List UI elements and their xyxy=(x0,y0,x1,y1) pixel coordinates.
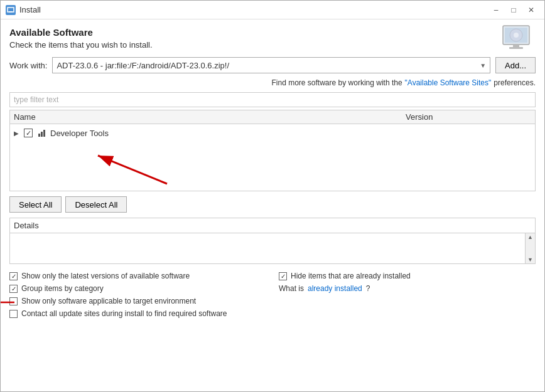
combo-arrow-icon: ▼ xyxy=(480,62,486,69)
option-group-by-category: Group items by category xyxy=(9,284,266,293)
work-with-value: ADT-23.0.6 - jar:file:/F:/android/ADT-23… xyxy=(57,61,229,70)
computer-icon xyxy=(498,23,536,55)
option-hide-installed: Hide items that are already installed xyxy=(279,272,536,280)
filter-row[interactable]: type filter text xyxy=(9,92,536,107)
scroll-down-icon[interactable]: ▼ xyxy=(527,257,533,263)
main-content: Available Software Check the items that … xyxy=(1,19,544,391)
opt-group-category-label: Group items by category xyxy=(21,284,104,293)
find-more-row: Find more software by working with the "… xyxy=(9,78,536,87)
details-scrollbar[interactable]: ▲ ▼ xyxy=(525,233,535,263)
details-section: Details ▲ ▼ xyxy=(9,218,536,264)
select-all-button[interactable]: Select All xyxy=(9,196,62,213)
page-subtitle: Check the items that you wish to install… xyxy=(9,40,536,50)
title-bar: Install – □ ✕ xyxy=(1,1,544,19)
expand-arrow-icon[interactable]: ▶ xyxy=(14,130,21,137)
close-button[interactable]: ✕ xyxy=(523,3,539,17)
table-header: Name Version xyxy=(10,110,535,124)
install-window: Install – □ ✕ Available Software xyxy=(0,0,545,392)
find-more-text: Find more software by working with the xyxy=(272,78,402,87)
window-icon xyxy=(6,5,16,15)
option-target-env: Show only software applicable to target … xyxy=(9,297,266,305)
opt-group-category-checkbox[interactable] xyxy=(9,285,18,293)
find-more-suffix: preferences. xyxy=(494,78,536,87)
options-right-col: Hide items that are already installed Wh… xyxy=(279,272,536,318)
already-installed-link[interactable]: already installed xyxy=(308,284,362,293)
svg-point-5 xyxy=(514,33,519,38)
options-left-col: Show only the latest versions of availab… xyxy=(9,272,266,318)
filter-placeholder: type filter text xyxy=(14,95,58,104)
work-with-row: Work with: ADT-23.0.6 - jar:file:/F:/and… xyxy=(9,57,536,73)
annotation-arrow-1 xyxy=(48,143,173,187)
svg-rect-7 xyxy=(509,47,523,49)
table-row[interactable]: ▶ Developer Tools xyxy=(10,127,535,139)
col-version-header: Version xyxy=(406,112,531,122)
work-with-label: Work with: xyxy=(9,61,47,70)
details-header: Details xyxy=(10,218,535,233)
details-body: ▲ ▼ xyxy=(10,233,535,263)
option-contact-update-sites: Contact all update sites during install … xyxy=(9,309,266,318)
col-name-header: Name xyxy=(14,112,406,122)
table-body: ▶ Developer Tools xyxy=(10,124,535,191)
deselect-all-button[interactable]: Deselect All xyxy=(65,196,127,213)
option-latest-versions: Show only the latest versions of availab… xyxy=(9,272,266,280)
options-section: Show only the latest versions of availab… xyxy=(9,272,536,318)
svg-rect-0 xyxy=(8,8,14,12)
window-title: Install xyxy=(19,5,41,14)
details-content xyxy=(10,233,525,263)
minimize-button[interactable]: – xyxy=(488,3,504,17)
opt-target-env-checkbox[interactable] xyxy=(9,297,18,305)
opt-hide-installed-label: Hide items that are already installed xyxy=(291,272,411,280)
what-is-label: What is xyxy=(279,284,304,293)
scroll-up-icon[interactable]: ▲ xyxy=(527,234,533,240)
opt-target-env-label: Show only software applicable to target … xyxy=(21,297,196,305)
opt-hide-installed-checkbox[interactable] xyxy=(279,272,287,280)
row-label: Developer Tools xyxy=(50,129,109,138)
page-title: Available Software xyxy=(9,27,536,38)
opt-latest-versions-label: Show only the latest versions of availab… xyxy=(21,272,190,280)
window-controls: – □ ✕ xyxy=(488,3,539,17)
opt-latest-versions-checkbox[interactable] xyxy=(9,272,18,280)
add-button[interactable]: Add... xyxy=(495,57,536,73)
action-buttons: Select All Deselect All xyxy=(9,196,536,213)
opt-contact-sites-checkbox[interactable] xyxy=(9,310,18,318)
opt-contact-sites-label: Contact all update sites during install … xyxy=(21,309,227,318)
option-already-installed: What is already installed ? xyxy=(279,284,536,293)
row-item-icon xyxy=(35,128,48,138)
details-label: Details xyxy=(14,221,39,230)
work-with-combo[interactable]: ADT-23.0.6 - jar:file:/F:/android/ADT-23… xyxy=(52,57,490,73)
available-sites-link[interactable]: "Available Software Sites" xyxy=(405,78,492,87)
question-mark: ? xyxy=(366,284,370,293)
software-table: Name Version ▶ Developer Tools xyxy=(9,110,536,191)
svg-rect-1 xyxy=(9,11,13,13)
maximize-button[interactable]: □ xyxy=(505,3,522,17)
row-checkbox[interactable] xyxy=(24,129,33,137)
